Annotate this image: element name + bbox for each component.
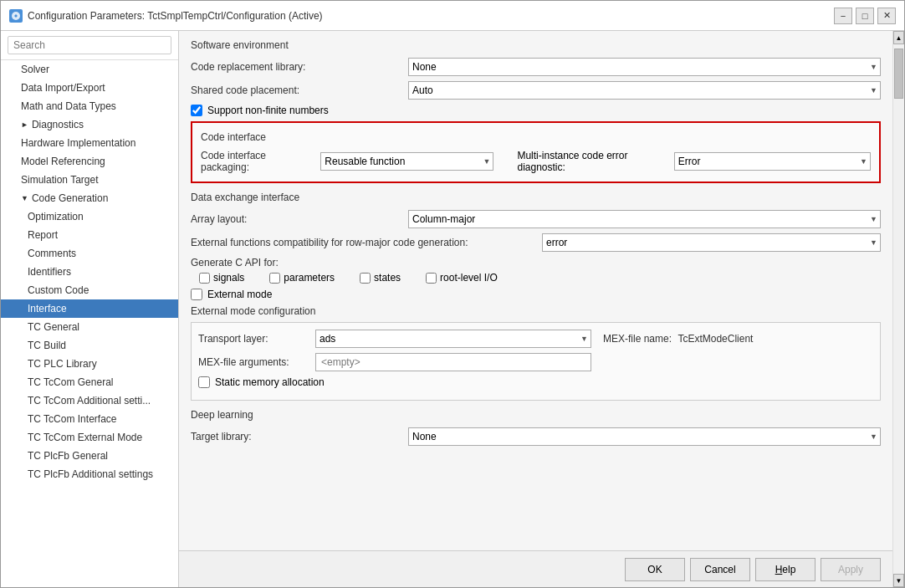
software-env-section: Software environment Code replacement li… <box>191 39 881 116</box>
footer: OK Cancel Help Apply <box>179 550 892 587</box>
tc-tccom-ext-mode-label: TC TcCom External Mode <box>28 432 142 443</box>
shared-code-select-wrap: Auto ▼ <box>408 81 881 100</box>
generate-c-api-label: Generate C API for: <box>191 257 881 268</box>
external-mode-checkbox[interactable] <box>191 289 202 300</box>
code-interface-row: Code interface packaging: Reusable funct… <box>201 150 871 173</box>
sidebar-item-custom-code[interactable]: Custom Code <box>1 281 178 299</box>
sidebar-item-tc-general[interactable]: TC General <box>1 318 178 336</box>
sidebar-item-tc-build[interactable]: TC Build <box>1 336 178 355</box>
cancel-button[interactable]: Cancel <box>690 558 750 581</box>
scroll-up-button[interactable]: ▲ <box>893 31 904 44</box>
static-memory-label: Static memory allocation <box>215 376 325 388</box>
transport-layer-select[interactable]: ads <box>315 330 591 348</box>
code-gen-arrow: ▼ <box>21 194 28 202</box>
external-mode-config-label: External mode configuration <box>191 305 881 317</box>
shared-code-row: Shared code placement: Auto ▼ <box>191 81 881 100</box>
window-title: Configuration Parameters: TctSmplTempCtr… <box>28 10 323 22</box>
sim-target-label: Simulation Target <box>21 174 99 186</box>
sidebar-item-tc-tccom-interface[interactable]: TC TcCom Interface <box>1 410 178 428</box>
static-memory-checkbox[interactable] <box>198 376 210 388</box>
shared-code-label: Shared code placement: <box>191 84 408 96</box>
sidebar-item-tc-plc-library[interactable]: TC PLC Library <box>1 355 178 373</box>
code-interface-packaging-wrap: Reusable function Nonreusable function ▼ <box>320 152 493 171</box>
tc-tccom-general-label: TC TcCom General <box>28 376 113 388</box>
c-api-signals-option: signals <box>199 272 244 284</box>
code-replacement-select[interactable]: None <box>408 58 881 76</box>
sidebar-item-tc-plcfb-additional[interactable]: TC PlcFb Additional settings <box>1 465 178 483</box>
content-area: Solver Data Import/Export Math and Data … <box>1 31 904 587</box>
custom-code-label: Custom Code <box>28 284 89 296</box>
solver-label: Solver <box>21 64 49 75</box>
help-button[interactable]: Help <box>755 558 816 581</box>
sidebar: Solver Data Import/Export Math and Data … <box>1 31 179 587</box>
data-exchange-title: Data exchange interface <box>191 192 881 203</box>
search-input[interactable] <box>8 36 171 54</box>
mex-args-input[interactable] <box>315 353 591 371</box>
sidebar-item-solver[interactable]: Solver <box>1 60 178 79</box>
shared-code-select[interactable]: Auto <box>408 81 881 100</box>
transport-layer-label: Transport layer: <box>198 333 315 345</box>
array-layout-select[interactable]: Column-major Row-major <box>408 210 881 228</box>
c-api-states-checkbox[interactable] <box>360 273 371 284</box>
data-exchange-section: Data exchange interface Array layout: Co… <box>191 192 881 401</box>
sidebar-item-sim-target[interactable]: Simulation Target <box>1 171 178 189</box>
comments-label: Comments <box>28 248 76 259</box>
code-interface-packaging-select[interactable]: Reusable function Nonreusable function <box>320 152 493 171</box>
code-interface-title: Code interface <box>201 131 871 143</box>
close-button[interactable]: ✕ <box>877 8 896 24</box>
c-api-root-io-label: root-level I/O <box>440 272 498 284</box>
multi-instance-select[interactable]: Error Warning None <box>674 152 871 171</box>
ext-functions-select[interactable]: error <box>542 233 881 252</box>
sidebar-item-hardware[interactable]: Hardware Implementation <box>1 134 178 152</box>
c-api-states-label: states <box>374 272 401 284</box>
sidebar-item-code-gen[interactable]: ▼ Code Generation <box>1 189 178 207</box>
support-non-finite-label: Support non-finite numbers <box>207 105 329 116</box>
ext-functions-control: error ▼ <box>542 233 881 252</box>
ok-button[interactable]: OK <box>625 558 685 581</box>
sidebar-item-data-import[interactable]: Data Import/Export <box>1 79 178 97</box>
minimize-button[interactable]: − <box>834 8 852 24</box>
search-box <box>1 31 178 60</box>
sidebar-item-math-data[interactable]: Math and Data Types <box>1 97 178 115</box>
external-mode-config: External mode configuration Transport la… <box>191 305 881 401</box>
sidebar-item-optimization[interactable]: Optimization <box>1 207 178 226</box>
target-library-control: None ▼ <box>408 427 881 446</box>
sidebar-item-report[interactable]: Report <box>1 226 178 244</box>
sidebar-item-comments[interactable]: Comments <box>1 244 178 263</box>
code-replacement-control: None ▼ <box>408 58 881 76</box>
interface-label: Interface <box>28 303 67 314</box>
sidebar-item-tc-tccom-general[interactable]: TC TcCom General <box>1 373 178 391</box>
c-api-parameters-option: parameters <box>269 272 335 284</box>
c-api-parameters-checkbox[interactable] <box>269 273 280 284</box>
sidebar-item-tc-plcfb-general[interactable]: TC PlcFb General <box>1 447 178 465</box>
sidebar-item-interface[interactable]: Interface <box>1 299 178 318</box>
scroll-down-button[interactable]: ▼ <box>893 574 904 587</box>
c-api-signals-checkbox[interactable] <box>199 273 210 284</box>
scrollbar[interactable]: ▲ ▼ <box>892 31 904 587</box>
ext-functions-row: External functions compatibility for row… <box>191 233 881 252</box>
c-api-root-io-checkbox[interactable] <box>426 273 437 284</box>
target-library-label: Target library: <box>191 431 408 442</box>
target-library-select[interactable]: None <box>408 427 881 446</box>
c-api-states-option: states <box>360 272 401 284</box>
apply-button[interactable]: Apply <box>821 558 881 581</box>
array-layout-label: Array layout: <box>191 213 408 225</box>
sidebar-item-model-ref[interactable]: Model Referencing <box>1 152 178 171</box>
c-api-signals-label: signals <box>213 272 244 284</box>
code-interface-section: Code interface Code interface packaging:… <box>191 121 881 183</box>
diagnostics-arrow: ► <box>21 120 28 129</box>
sidebar-item-identifiers[interactable]: Identifiers <box>1 263 178 281</box>
code-replacement-label: Code replacement library: <box>191 61 408 73</box>
external-mode-row: External mode <box>191 289 881 300</box>
sidebar-item-diagnostics[interactable]: ► Diagnostics <box>1 115 178 134</box>
sidebar-item-tc-tccom-ext-mode[interactable]: TC TcCom External Mode <box>1 428 178 447</box>
tc-plc-library-label: TC PLC Library <box>28 358 97 370</box>
scroll-thumb[interactable] <box>894 49 903 99</box>
hardware-label: Hardware Implementation <box>21 137 135 149</box>
tc-plcfb-additional-label: TC PlcFb Additional settings <box>28 468 153 480</box>
maximize-button[interactable]: □ <box>856 8 874 24</box>
sidebar-item-tc-tccom-additional[interactable]: TC TcCom Additional setti... <box>1 391 178 410</box>
target-library-select-wrap: None ▼ <box>408 427 881 446</box>
main-panel: Software environment Code replacement li… <box>179 31 892 587</box>
support-non-finite-checkbox[interactable] <box>191 105 202 116</box>
